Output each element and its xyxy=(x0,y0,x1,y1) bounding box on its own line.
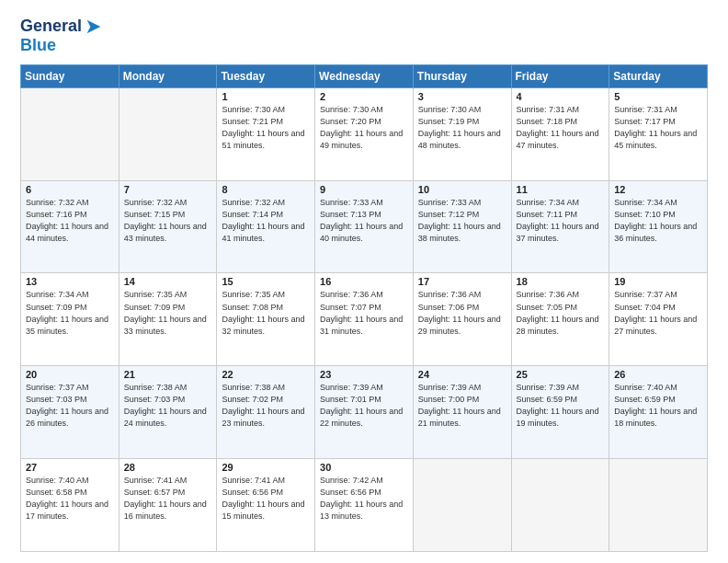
calendar-cell: 17Sunrise: 7:36 AM Sunset: 7:06 PM Dayli… xyxy=(413,273,511,366)
calendar-cell: 4Sunrise: 7:31 AM Sunset: 7:18 PM Daylig… xyxy=(511,87,609,180)
calendar-cell xyxy=(511,459,609,552)
day-info: Sunrise: 7:41 AM Sunset: 6:56 PM Dayligh… xyxy=(222,475,310,523)
day-info: Sunrise: 7:30 AM Sunset: 7:20 PM Dayligh… xyxy=(320,104,408,152)
day-number: 4 xyxy=(517,91,605,102)
day-info: Sunrise: 7:39 AM Sunset: 7:00 PM Dayligh… xyxy=(418,382,506,430)
day-info: Sunrise: 7:33 AM Sunset: 7:13 PM Dayligh… xyxy=(320,197,408,245)
day-number: 24 xyxy=(418,369,506,380)
day-info: Sunrise: 7:30 AM Sunset: 7:21 PM Dayligh… xyxy=(222,104,310,152)
day-number: 19 xyxy=(614,276,702,287)
day-info: Sunrise: 7:40 AM Sunset: 6:59 PM Dayligh… xyxy=(614,382,702,430)
day-number: 27 xyxy=(26,462,114,473)
day-info: Sunrise: 7:37 AM Sunset: 7:04 PM Dayligh… xyxy=(614,289,702,337)
day-number: 8 xyxy=(222,184,310,195)
day-info: Sunrise: 7:40 AM Sunset: 6:58 PM Dayligh… xyxy=(26,475,114,523)
calendar-cell: 7Sunrise: 7:32 AM Sunset: 7:15 PM Daylig… xyxy=(119,180,217,273)
calendar-header-saturday: Saturday xyxy=(609,64,708,87)
logo-icon xyxy=(84,17,104,37)
day-number: 17 xyxy=(418,276,506,287)
day-info: Sunrise: 7:39 AM Sunset: 7:01 PM Dayligh… xyxy=(320,382,408,430)
day-number: 14 xyxy=(124,276,212,287)
calendar-cell: 19Sunrise: 7:37 AM Sunset: 7:04 PM Dayli… xyxy=(609,273,708,366)
calendar-week-1: 6Sunrise: 7:32 AM Sunset: 7:16 PM Daylig… xyxy=(21,180,708,273)
day-info: Sunrise: 7:42 AM Sunset: 6:56 PM Dayligh… xyxy=(320,475,408,523)
calendar-cell: 28Sunrise: 7:41 AM Sunset: 6:57 PM Dayli… xyxy=(119,459,217,552)
calendar-cell: 16Sunrise: 7:36 AM Sunset: 7:07 PM Dayli… xyxy=(315,273,414,366)
day-number: 12 xyxy=(614,184,702,195)
calendar-cell: 30Sunrise: 7:42 AM Sunset: 6:56 PM Dayli… xyxy=(315,459,414,552)
day-number: 22 xyxy=(222,369,310,380)
day-number: 7 xyxy=(124,184,212,195)
day-number: 20 xyxy=(26,369,114,380)
calendar-cell: 21Sunrise: 7:38 AM Sunset: 7:03 PM Dayli… xyxy=(119,366,217,459)
day-info: Sunrise: 7:34 AM Sunset: 7:10 PM Dayligh… xyxy=(614,197,702,245)
logo: General Blue xyxy=(20,17,104,55)
day-number: 6 xyxy=(26,184,114,195)
calendar-cell: 1Sunrise: 7:30 AM Sunset: 7:21 PM Daylig… xyxy=(217,87,315,180)
calendar-cell: 6Sunrise: 7:32 AM Sunset: 7:16 PM Daylig… xyxy=(21,180,119,273)
logo-blue: Blue xyxy=(20,37,104,55)
calendar-cell: 3Sunrise: 7:30 AM Sunset: 7:19 PM Daylig… xyxy=(413,87,511,180)
calendar-week-4: 27Sunrise: 7:40 AM Sunset: 6:58 PM Dayli… xyxy=(21,459,708,552)
calendar-cell: 23Sunrise: 7:39 AM Sunset: 7:01 PM Dayli… xyxy=(315,366,414,459)
day-number: 9 xyxy=(320,184,408,195)
day-info: Sunrise: 7:36 AM Sunset: 7:07 PM Dayligh… xyxy=(320,289,408,337)
calendar-cell: 20Sunrise: 7:37 AM Sunset: 7:03 PM Dayli… xyxy=(21,366,119,459)
day-number: 3 xyxy=(418,91,506,102)
day-number: 18 xyxy=(517,276,605,287)
calendar-cell xyxy=(119,87,217,180)
day-number: 21 xyxy=(124,369,212,380)
day-info: Sunrise: 7:35 AM Sunset: 7:08 PM Dayligh… xyxy=(222,289,310,337)
day-info: Sunrise: 7:32 AM Sunset: 7:15 PM Dayligh… xyxy=(124,197,212,245)
calendar-cell: 24Sunrise: 7:39 AM Sunset: 7:00 PM Dayli… xyxy=(413,366,511,459)
day-info: Sunrise: 7:41 AM Sunset: 6:57 PM Dayligh… xyxy=(124,475,212,523)
header: General Blue xyxy=(20,17,708,55)
day-info: Sunrise: 7:33 AM Sunset: 7:12 PM Dayligh… xyxy=(418,197,506,245)
calendar-cell: 11Sunrise: 7:34 AM Sunset: 7:11 PM Dayli… xyxy=(511,180,609,273)
day-info: Sunrise: 7:30 AM Sunset: 7:19 PM Dayligh… xyxy=(418,104,506,152)
day-info: Sunrise: 7:36 AM Sunset: 7:06 PM Dayligh… xyxy=(418,289,506,337)
calendar-cell: 18Sunrise: 7:36 AM Sunset: 7:05 PM Dayli… xyxy=(511,273,609,366)
logo-general: General xyxy=(20,17,82,36)
calendar-cell: 29Sunrise: 7:41 AM Sunset: 6:56 PM Dayli… xyxy=(217,459,315,552)
day-info: Sunrise: 7:34 AM Sunset: 7:11 PM Dayligh… xyxy=(517,197,605,245)
calendar-cell xyxy=(413,459,511,552)
day-number: 23 xyxy=(320,369,408,380)
day-number: 13 xyxy=(26,276,114,287)
day-info: Sunrise: 7:31 AM Sunset: 7:17 PM Dayligh… xyxy=(614,104,702,152)
calendar-week-3: 20Sunrise: 7:37 AM Sunset: 7:03 PM Dayli… xyxy=(21,366,708,459)
day-info: Sunrise: 7:38 AM Sunset: 7:02 PM Dayligh… xyxy=(222,382,310,430)
day-number: 29 xyxy=(222,462,310,473)
calendar-header-thursday: Thursday xyxy=(413,64,511,87)
calendar-cell: 12Sunrise: 7:34 AM Sunset: 7:10 PM Dayli… xyxy=(609,180,708,273)
calendar-header-wednesday: Wednesday xyxy=(315,64,414,87)
day-number: 10 xyxy=(418,184,506,195)
calendar-cell: 2Sunrise: 7:30 AM Sunset: 7:20 PM Daylig… xyxy=(315,87,414,180)
calendar-cell: 10Sunrise: 7:33 AM Sunset: 7:12 PM Dayli… xyxy=(413,180,511,273)
calendar-cell: 9Sunrise: 7:33 AM Sunset: 7:13 PM Daylig… xyxy=(315,180,414,273)
calendar-week-0: 1Sunrise: 7:30 AM Sunset: 7:21 PM Daylig… xyxy=(21,87,708,180)
day-info: Sunrise: 7:35 AM Sunset: 7:09 PM Dayligh… xyxy=(124,289,212,337)
day-info: Sunrise: 7:32 AM Sunset: 7:14 PM Dayligh… xyxy=(222,197,310,245)
calendar-cell: 13Sunrise: 7:34 AM Sunset: 7:09 PM Dayli… xyxy=(21,273,119,366)
day-number: 28 xyxy=(124,462,212,473)
calendar-cell xyxy=(21,87,119,180)
calendar-header-row: SundayMondayTuesdayWednesdayThursdayFrid… xyxy=(21,64,708,87)
day-number: 5 xyxy=(614,91,702,102)
calendar-cell: 14Sunrise: 7:35 AM Sunset: 7:09 PM Dayli… xyxy=(119,273,217,366)
calendar-header-sunday: Sunday xyxy=(21,64,119,87)
calendar-cell: 8Sunrise: 7:32 AM Sunset: 7:14 PM Daylig… xyxy=(217,180,315,273)
calendar-cell: 27Sunrise: 7:40 AM Sunset: 6:58 PM Dayli… xyxy=(21,459,119,552)
day-info: Sunrise: 7:36 AM Sunset: 7:05 PM Dayligh… xyxy=(517,289,605,337)
page: General Blue SundayMondayTuesdayWednesda… xyxy=(0,0,728,563)
calendar-cell: 25Sunrise: 7:39 AM Sunset: 6:59 PM Dayli… xyxy=(511,366,609,459)
day-info: Sunrise: 7:39 AM Sunset: 6:59 PM Dayligh… xyxy=(517,382,605,430)
calendar-header-friday: Friday xyxy=(511,64,609,87)
day-number: 25 xyxy=(517,369,605,380)
calendar-cell: 22Sunrise: 7:38 AM Sunset: 7:02 PM Dayli… xyxy=(217,366,315,459)
day-info: Sunrise: 7:32 AM Sunset: 7:16 PM Dayligh… xyxy=(26,197,114,245)
day-info: Sunrise: 7:37 AM Sunset: 7:03 PM Dayligh… xyxy=(26,382,114,430)
calendar-header-monday: Monday xyxy=(119,64,217,87)
calendar-cell: 15Sunrise: 7:35 AM Sunset: 7:08 PM Dayli… xyxy=(217,273,315,366)
day-number: 2 xyxy=(320,91,408,102)
